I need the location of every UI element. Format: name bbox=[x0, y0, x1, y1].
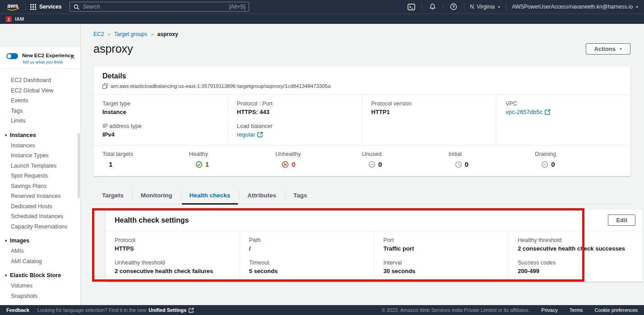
field-label: Protocol version bbox=[371, 100, 487, 107]
footer: Feedback Looking for language selection?… bbox=[0, 305, 644, 315]
section-label: Elastic Block Store bbox=[10, 270, 61, 281]
stat-healthy: Healthy 1 bbox=[189, 151, 276, 168]
stat-label: Healthy bbox=[189, 151, 276, 157]
services-menu-button[interactable]: Services bbox=[30, 4, 61, 10]
notifications-bell-icon[interactable] bbox=[427, 2, 437, 12]
edit-button[interactable]: Edit bbox=[608, 215, 635, 226]
section-label: Instances bbox=[10, 130, 36, 141]
sidebar-item-tags[interactable]: Tags bbox=[0, 106, 80, 116]
sidebar-item-instances[interactable]: Instances bbox=[0, 141, 80, 151]
field-label: IP address type bbox=[102, 123, 218, 129]
sidebar-item-limits[interactable]: Limits bbox=[0, 116, 80, 126]
copy-icon[interactable] bbox=[102, 83, 108, 89]
breadcrumb-current: asproxy bbox=[158, 31, 178, 37]
vpc-link[interactable]: vpc-2657db5c bbox=[505, 109, 550, 115]
sidebar-item-reserved-instances[interactable]: Reserved Instances bbox=[0, 191, 80, 201]
chevron-down-icon: ▼ bbox=[497, 5, 500, 9]
search-shortcut-hint: [Alt+S] bbox=[229, 4, 246, 10]
sidebar-section-instances[interactable]: ▼ Instances bbox=[0, 130, 80, 141]
divider bbox=[25, 3, 26, 10]
unified-settings-link[interactable]: Unified Settings bbox=[148, 307, 186, 313]
external-link-icon bbox=[189, 308, 194, 313]
sidebar-spacer bbox=[0, 24, 80, 47]
divider bbox=[506, 3, 506, 10]
chevron-down-icon: ▼ bbox=[635, 5, 639, 9]
account-label: AWSPowerUserAccess/navaneeth.kn@harness.… bbox=[512, 4, 633, 10]
cookie-preferences-link[interactable]: Cookie preferences bbox=[595, 307, 638, 313]
target-group-arn: arn:aws:elasticloadbalancing:us-east-1:3… bbox=[111, 83, 331, 89]
tab-attributes[interactable]: Attributes bbox=[239, 188, 285, 204]
chevron-down-icon: ▼ bbox=[4, 236, 8, 246]
sidebar-item-snapshots[interactable]: Snapshots bbox=[0, 291, 80, 301]
stat-label: Initial bbox=[449, 151, 535, 157]
cloudshell-icon[interactable] bbox=[406, 2, 416, 12]
actions-button[interactable]: Actions ▼ bbox=[586, 43, 630, 55]
field-value: / bbox=[249, 245, 365, 252]
field-value: HTTPS bbox=[115, 245, 231, 252]
chevron-down-icon: ▼ bbox=[619, 47, 622, 50]
stat-value: 0 bbox=[292, 160, 295, 168]
global-search-box[interactable]: [Alt+S] bbox=[69, 2, 249, 12]
stat-value: 0 bbox=[378, 160, 382, 168]
sidebar-item-dedicated-hosts[interactable]: Dedicated Hosts bbox=[0, 201, 80, 212]
field-label: Protocol : Port bbox=[237, 100, 353, 107]
load-balancer-link[interactable]: regular bbox=[237, 131, 263, 138]
sidebar-section-images[interactable]: ▼ Images bbox=[0, 236, 80, 246]
close-icon[interactable]: ✕ bbox=[69, 54, 75, 60]
target-status-summary: Total targets 1 Healthy 1 Unhealthy bbox=[93, 145, 630, 176]
terms-link[interactable]: Terms bbox=[570, 307, 583, 313]
breadcrumb-target-groups[interactable]: Target groups bbox=[114, 31, 147, 37]
divider bbox=[443, 3, 443, 10]
new-experience-toggle[interactable] bbox=[6, 53, 18, 59]
breadcrumb-ec2[interactable]: EC2 bbox=[93, 31, 104, 37]
region-selector[interactable]: N. Virginia ▼ bbox=[470, 4, 500, 10]
sidebar-scrollbar[interactable] bbox=[78, 133, 80, 198]
search-input[interactable] bbox=[83, 4, 226, 10]
sidebar-item-events[interactable]: Events bbox=[0, 96, 80, 106]
field-value: 30 seconds bbox=[384, 268, 500, 274]
language-hint-text: Looking for language selection? Find it … bbox=[37, 307, 147, 313]
iam-service-icon bbox=[6, 16, 12, 22]
account-menu[interactable]: AWSPowerUserAccess/navaneeth.kn@harness.… bbox=[512, 4, 639, 10]
tab-targets[interactable]: Targets bbox=[93, 188, 132, 204]
sidebar-item-launch-templates[interactable]: Launch Templates bbox=[0, 161, 80, 171]
aws-logo[interactable]: aws bbox=[5, 2, 21, 12]
external-link-icon bbox=[257, 132, 263, 137]
field-value: 200-499 bbox=[518, 268, 634, 274]
favorite-iam-link[interactable]: IAM bbox=[15, 16, 24, 22]
tab-health-checks[interactable]: Health checks bbox=[181, 188, 239, 204]
svg-text:?: ? bbox=[453, 5, 455, 9]
privacy-link[interactable]: Privacy bbox=[542, 307, 558, 313]
field-label: Unhealthy threshold bbox=[115, 260, 231, 266]
page-title: asproxy bbox=[93, 42, 133, 55]
copyright-text: © 2023, Amazon Web Services India Privat… bbox=[382, 307, 530, 313]
breadcrumb: EC2 > Target groups > asproxy bbox=[93, 31, 644, 37]
tab-tags[interactable]: Tags bbox=[285, 188, 316, 204]
feedback-link[interactable]: Tell us what you think bbox=[22, 59, 74, 64]
field-label: Path bbox=[249, 237, 365, 243]
sidebar-item-volumes[interactable]: Volumes bbox=[0, 281, 80, 291]
chevron-right-icon: > bbox=[107, 32, 110, 37]
new-experience-label: New EC2 Experience bbox=[22, 52, 74, 59]
sidebar-item-ec2-dashboard[interactable]: EC2 Dashboard bbox=[0, 75, 80, 86]
sidebar-item-savings-plans[interactable]: Savings Plans bbox=[0, 181, 80, 192]
feedback-button[interactable]: Feedback bbox=[6, 307, 29, 313]
sidebar-item-spot-requests[interactable]: Spot Requests bbox=[0, 171, 80, 181]
sidebar-section-elastic-block-store[interactable]: ▼ Elastic Block Store bbox=[0, 270, 80, 281]
tab-monitoring[interactable]: Monitoring bbox=[132, 188, 181, 204]
sidebar-item-amis[interactable]: AMIs bbox=[0, 246, 80, 256]
sidebar-item-capacity-reservations[interactable]: Capacity Reservations bbox=[0, 222, 80, 232]
stat-value: 1 bbox=[109, 160, 112, 168]
field-value: HTTP1 bbox=[371, 109, 487, 115]
sidebar-item-instance-types[interactable]: Instance Types bbox=[0, 151, 80, 161]
field-label: VPC bbox=[505, 100, 621, 107]
chevron-down-icon: ▼ bbox=[4, 130, 8, 141]
sidebar-item-ami-catalog[interactable]: AMI Catalog bbox=[0, 256, 80, 267]
chevron-down-icon: ▼ bbox=[4, 270, 8, 281]
help-icon[interactable]: ? bbox=[449, 2, 459, 12]
field-value: HTTPS: 443 bbox=[237, 109, 353, 115]
ellipsis-circle-icon bbox=[368, 161, 375, 168]
sidebar-item-scheduled-instances[interactable]: Scheduled Instances bbox=[0, 211, 80, 222]
divider bbox=[422, 3, 422, 10]
sidebar-item-ec2-global-view[interactable]: EC2 Global View bbox=[0, 86, 80, 96]
